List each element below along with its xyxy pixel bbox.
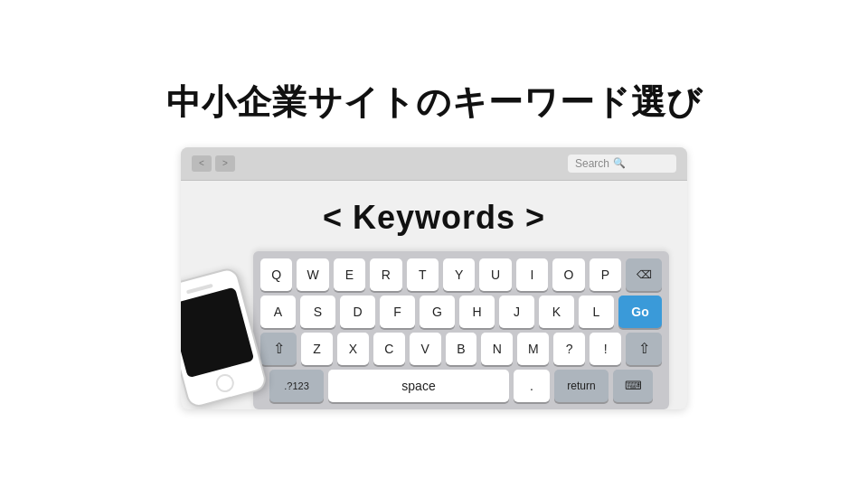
key-y[interactable]: Y bbox=[443, 258, 475, 291]
key-o[interactable]: O bbox=[552, 258, 584, 291]
key-w[interactable]: W bbox=[297, 258, 328, 291]
key-z[interactable]: Z bbox=[301, 333, 333, 365]
key-go[interactable]: Go bbox=[618, 296, 662, 328]
browser-content: < Keywords > Q W E R T Y U I O bbox=[181, 181, 687, 409]
key-l[interactable]: L bbox=[579, 296, 614, 328]
keywords-label: < Keywords > bbox=[323, 199, 545, 237]
key-exclaim[interactable]: ! bbox=[590, 333, 621, 365]
key-s[interactable]: S bbox=[300, 296, 335, 328]
key-question[interactable]: ? bbox=[553, 333, 585, 365]
phone-screen bbox=[181, 286, 254, 378]
search-label: Search bbox=[575, 157, 609, 170]
browser-nav-buttons: < > bbox=[192, 155, 235, 172]
keyboard-wrapper: Q W E R T Y U I O P ⌫ A S D F bbox=[253, 251, 669, 409]
key-h[interactable]: H bbox=[459, 296, 495, 328]
key-a[interactable]: A bbox=[260, 296, 296, 328]
search-icon: 🔍 bbox=[613, 157, 626, 169]
key-x[interactable]: X bbox=[337, 333, 369, 365]
phone-home-button bbox=[214, 371, 236, 393]
key-num[interactable]: .?123 bbox=[269, 370, 324, 402]
key-period[interactable]: . bbox=[514, 370, 550, 402]
key-i[interactable]: I bbox=[516, 258, 548, 291]
key-e[interactable]: E bbox=[334, 258, 365, 291]
key-r[interactable]: R bbox=[370, 258, 401, 291]
key-kb-icon[interactable]: ⌨ bbox=[613, 370, 653, 402]
back-btn[interactable]: < bbox=[192, 155, 212, 172]
key-t[interactable]: T bbox=[407, 258, 439, 291]
key-shift[interactable]: ⇧ bbox=[260, 333, 297, 365]
forward-btn[interactable]: > bbox=[215, 155, 235, 172]
key-b[interactable]: B bbox=[446, 333, 477, 365]
key-k[interactable]: K bbox=[539, 296, 574, 328]
browser-mockup: < > Search 🔍 < Keywords > Q W E R bbox=[181, 147, 687, 409]
browser-bar: < > Search 🔍 bbox=[181, 147, 687, 181]
browser-search-box[interactable]: Search 🔍 bbox=[568, 155, 676, 173]
page-title: 中小企業サイトのキーワード選び bbox=[166, 80, 703, 126]
key-p[interactable]: P bbox=[590, 258, 621, 291]
keyboard-row-4: .?123 space . return ⌨ bbox=[260, 370, 662, 402]
key-space[interactable]: space bbox=[328, 370, 509, 402]
keyboard-area: Q W E R T Y U I O P ⌫ A S D F bbox=[199, 251, 669, 409]
keyboard-row-2: A S D F G H J K L Go bbox=[260, 296, 662, 328]
key-g[interactable]: G bbox=[420, 296, 455, 328]
keyboard-row-3: ⇧ Z X C V B N M ? ! ⇧ bbox=[260, 333, 662, 365]
key-u[interactable]: U bbox=[479, 258, 511, 291]
key-j[interactable]: J bbox=[499, 296, 534, 328]
phone-speaker bbox=[186, 283, 213, 294]
keyboard-row-1: Q W E R T Y U I O P ⌫ bbox=[260, 258, 662, 291]
key-return[interactable]: return bbox=[554, 370, 609, 402]
key-m[interactable]: M bbox=[517, 333, 549, 365]
key-shift-right[interactable]: ⇧ bbox=[626, 333, 662, 365]
key-c[interactable]: C bbox=[373, 333, 405, 365]
key-v[interactable]: V bbox=[410, 333, 441, 365]
key-q[interactable]: Q bbox=[260, 258, 292, 291]
key-f[interactable]: F bbox=[380, 296, 415, 328]
key-delete[interactable]: ⌫ bbox=[626, 258, 662, 291]
key-d[interactable]: D bbox=[340, 296, 375, 328]
key-n[interactable]: N bbox=[481, 333, 513, 365]
